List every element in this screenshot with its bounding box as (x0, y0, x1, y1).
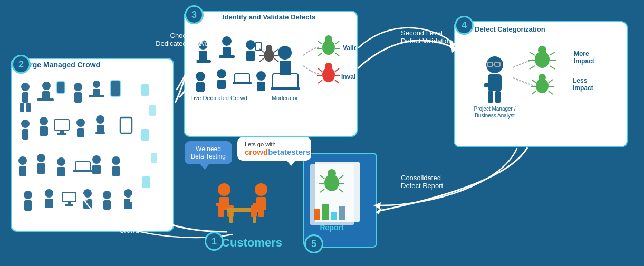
svg-point-98 (325, 63, 332, 70)
svg-rect-149 (331, 212, 337, 220)
svg-text:More: More (574, 50, 589, 57)
svg-point-16 (40, 117, 48, 125)
svg-line-119 (530, 52, 535, 55)
svg-rect-13 (111, 81, 120, 96)
step5-circle: 5 (304, 234, 323, 253)
svg-text:Impact: Impact (574, 57, 594, 65)
svg-line-129 (532, 80, 536, 83)
svg-rect-11 (93, 89, 100, 96)
svg-point-46 (83, 189, 92, 198)
speech-bubble-need-beta: We need Beta Testing (185, 141, 232, 164)
svg-text:Business Analyst: Business Analyst (475, 113, 515, 119)
svg-line-102 (335, 68, 339, 72)
svg-point-66 (196, 72, 205, 81)
svg-point-8 (74, 83, 82, 91)
svg-rect-38 (112, 166, 120, 176)
svg-line-90 (318, 41, 322, 44)
svg-line-99 (318, 68, 322, 72)
svg-point-63 (246, 40, 255, 50)
svg-rect-110 (488, 74, 502, 91)
svg-point-27 (18, 156, 27, 165)
svg-rect-64 (246, 51, 255, 61)
svg-rect-163 (258, 205, 264, 217)
svg-point-35 (92, 155, 101, 164)
svg-rect-56 (142, 176, 150, 188)
svg-line-104 (335, 80, 339, 83)
svg-point-14 (21, 120, 30, 128)
svg-rect-49 (103, 200, 111, 210)
svg-line-131 (532, 91, 536, 94)
svg-rect-58 (199, 51, 207, 61)
svg-rect-73 (257, 82, 265, 91)
svg-line-122 (550, 52, 555, 55)
svg-rect-54 (141, 129, 149, 141)
svg-point-68 (217, 69, 226, 78)
svg-point-39 (24, 191, 32, 199)
svg-point-81 (266, 45, 272, 51)
svg-rect-76 (280, 61, 291, 75)
svg-text:Invalid: Invalid (341, 73, 356, 81)
speech-bubble-crowd-beta: Lets go with crowdbetatesters! (237, 137, 311, 161)
svg-point-21 (76, 119, 85, 127)
svg-line-87 (274, 58, 278, 62)
label-consolidated: Consolidated Defect Report (401, 174, 459, 190)
label-second-level: Second Level Defect Validation (401, 29, 459, 45)
svg-rect-19 (60, 130, 64, 133)
svg-line-124 (550, 66, 555, 69)
svg-rect-158 (229, 212, 233, 223)
step1-label: Customers (222, 236, 282, 250)
svg-line-85 (274, 49, 278, 52)
svg-rect-28 (19, 166, 26, 176)
svg-point-10 (93, 81, 100, 88)
svg-point-29 (37, 154, 45, 162)
step2-title: Large Managed Crowd (21, 61, 100, 69)
svg-point-89 (325, 35, 332, 43)
svg-rect-47 (83, 199, 92, 209)
svg-text:Live Dedicated Crowd: Live Dedicated Crowd (190, 95, 247, 101)
svg-rect-70 (235, 74, 249, 83)
svg-rect-17 (40, 126, 48, 136)
svg-rect-6 (37, 98, 54, 101)
svg-rect-51 (124, 199, 132, 209)
svg-text:Moderator: Moderator (272, 95, 298, 101)
svg-rect-36 (92, 165, 101, 174)
svg-point-118 (538, 46, 546, 54)
svg-rect-1 (22, 92, 28, 103)
svg-rect-3 (26, 103, 31, 112)
svg-rect-148 (322, 204, 329, 220)
step4-title: Defect Categorization (475, 25, 545, 33)
svg-line-121 (530, 66, 535, 69)
svg-rect-62 (219, 55, 235, 58)
svg-point-0 (21, 83, 30, 91)
svg-rect-156 (218, 205, 224, 217)
svg-rect-164 (251, 205, 257, 217)
svg-rect-33 (75, 162, 90, 171)
svg-point-60 (222, 36, 232, 46)
svg-rect-15 (22, 129, 28, 140)
svg-rect-112 (494, 83, 502, 87)
step4-illustration: Project Manager / Business Analyst More … (458, 36, 621, 141)
step4-circle: 4 (455, 16, 474, 35)
svg-rect-34 (73, 170, 93, 172)
svg-rect-2 (20, 103, 24, 112)
crowd-illustration (15, 76, 168, 224)
svg-rect-61 (223, 47, 231, 56)
svg-rect-18 (54, 120, 69, 130)
svg-line-93 (335, 41, 339, 44)
svg-rect-69 (217, 80, 226, 89)
svg-point-48 (103, 191, 111, 199)
svg-rect-40 (24, 200, 32, 211)
svg-text:Less: Less (573, 77, 588, 84)
svg-point-152 (218, 183, 230, 196)
step3-illustration: Live Dedicated Crowd Moderator (187, 26, 356, 132)
step2-circle: 2 (12, 55, 31, 74)
svg-rect-12 (89, 95, 104, 97)
report-illustration: Report (304, 154, 373, 238)
svg-text:Impact: Impact (573, 84, 593, 92)
svg-rect-150 (339, 206, 345, 220)
svg-rect-67 (196, 82, 205, 92)
svg-point-72 (256, 71, 266, 81)
svg-rect-113 (488, 91, 493, 103)
svg-point-4 (42, 82, 51, 90)
svg-rect-45 (65, 204, 73, 206)
